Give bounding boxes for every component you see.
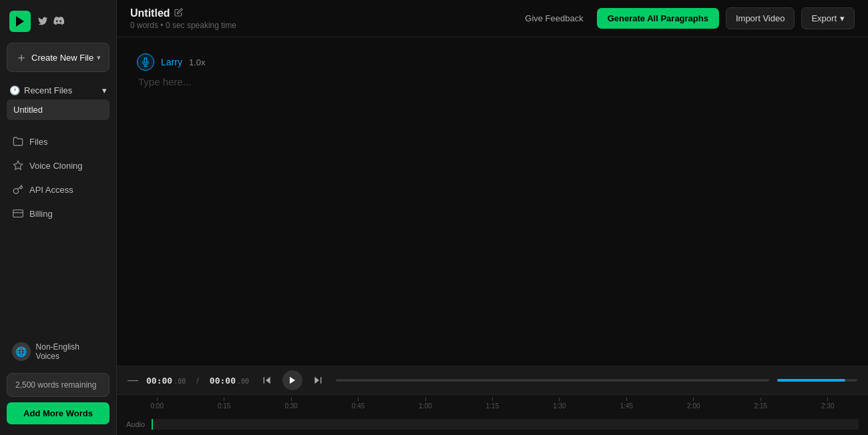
folder-icon: [12, 135, 24, 147]
sidebar-header: [0, 0, 116, 39]
timeline-track-label: Audio: [126, 420, 145, 428]
svg-rect-2: [13, 210, 23, 218]
sidebar-item-files[interactable]: Files: [7, 129, 110, 153]
sidebar-item-api-access[interactable]: API Access: [7, 177, 110, 201]
ruler-mark: 1:00: [392, 398, 459, 410]
svg-marker-8: [290, 377, 295, 384]
time-total-sub: .00: [237, 378, 249, 385]
add-words-label: Add More Words: [23, 408, 93, 418]
main-content: Untitled 0 words • 0 sec speaking time G…: [117, 0, 868, 435]
ruler-mark: 1:45: [593, 398, 660, 410]
voice-speed[interactable]: 1.0x: [189, 57, 206, 67]
add-more-words-button[interactable]: Add More Words: [7, 402, 110, 424]
voice-row: Larry 1.0x: [137, 53, 848, 71]
give-feedback-button[interactable]: Give Feedback: [518, 9, 590, 27]
time-display-current: 00:00 .00: [146, 376, 186, 386]
time-total: 00:00: [210, 376, 236, 386]
svg-marker-0: [16, 16, 24, 27]
doc-title-row: Untitled: [130, 7, 236, 19]
voice-name[interactable]: Larry: [161, 57, 182, 67]
ruler-mark: 0:00: [124, 398, 190, 410]
edit-icon[interactable]: [174, 8, 183, 19]
time-separator: /: [196, 376, 199, 386]
svg-marker-6: [266, 377, 270, 384]
chevron-down-icon-export: ▾: [840, 13, 845, 23]
time-current-sub: .00: [174, 378, 186, 385]
export-button[interactable]: Export ▾: [801, 7, 855, 29]
discord-icon[interactable]: [53, 15, 64, 28]
top-bar-right: Give Feedback Generate All Paragraphs Im…: [518, 7, 855, 29]
recent-files-header[interactable]: 🕐 Recent Files ▾: [7, 81, 110, 99]
recent-item-label: Untitled: [13, 105, 43, 115]
sidebar: ＋ Create New File ▾ 🕐 Recent Files ▾ Unt…: [0, 0, 117, 435]
time-display-total: 00:00 .00: [210, 376, 249, 386]
sidebar-item-billing-label: Billing: [29, 209, 53, 219]
skip-forward-button[interactable]: [308, 370, 328, 390]
sidebar-item-api-access-label: API Access: [29, 185, 73, 195]
twitter-icon[interactable]: [37, 15, 48, 28]
timeline-track: [152, 419, 859, 430]
social-icons: [37, 15, 64, 28]
create-btn-label: Create New File: [31, 53, 93, 63]
ruler-mark: 0:15: [190, 398, 257, 410]
sidebar-item-files-label: Files: [29, 137, 47, 147]
top-bar: Untitled 0 words • 0 sec speaking time G…: [117, 0, 868, 37]
skip-back-button[interactable]: [257, 370, 277, 390]
star-icon: [12, 159, 24, 171]
sidebar-bottom: 🌐 Non-English Voices 2,500 words remaini…: [0, 330, 116, 435]
clock-icon: 🕐: [9, 85, 20, 95]
timeline-cursor: [152, 419, 153, 430]
volume-bar[interactable]: [777, 379, 857, 382]
ruler-mark: 2:30: [795, 398, 861, 410]
volume-area: [777, 379, 857, 382]
transport-buttons: [257, 370, 328, 390]
ruler-container: 0:000:150:300:451:001:151:301:452:002:15…: [117, 395, 868, 410]
key-icon: [12, 183, 24, 195]
play-button[interactable]: [282, 370, 302, 390]
doc-meta: 0 words • 0 sec speaking time: [130, 21, 236, 30]
plus-icon: ＋: [15, 49, 27, 65]
ruler-mark: 1:30: [526, 398, 593, 410]
svg-marker-9: [314, 377, 319, 384]
transport-progress-bar[interactable]: [336, 379, 769, 382]
ruler-mark: 0:30: [258, 398, 324, 410]
timeline-area: 0:000:150:300:451:001:151:301:452:002:15…: [117, 395, 868, 435]
doc-title: Untitled: [130, 7, 170, 19]
recent-item[interactable]: Untitled: [7, 99, 110, 120]
recent-section-label: Recent Files: [24, 85, 72, 95]
time-current: 00:00: [146, 376, 172, 386]
ruler-mark: 1:15: [459, 398, 525, 410]
top-bar-left: Untitled 0 words • 0 sec speaking time: [130, 7, 236, 30]
ruler-mark: 2:15: [727, 398, 794, 410]
editor-placeholder[interactable]: Type here...: [137, 76, 848, 87]
editor-area[interactable]: Larry 1.0x Type here...: [117, 37, 868, 366]
create-new-file-button[interactable]: ＋ Create New File ▾: [7, 43, 110, 72]
words-remaining-box: 2,500 words remaining: [7, 373, 110, 397]
sidebar-item-voice-cloning[interactable]: Voice Cloning: [7, 153, 110, 177]
logo-icon[interactable]: [9, 11, 31, 32]
ruler-mark: 0:45: [324, 398, 391, 410]
transport-controls: — 00:00 .00 / 00:00 .00: [117, 366, 868, 395]
chevron-down-icon-recent: ▾: [102, 85, 107, 95]
sidebar-nav: Files Voice Cloning API Access Billing: [0, 124, 116, 330]
transport-dash: —: [128, 374, 138, 386]
sidebar-item-voice-cloning-label: Voice Cloning: [29, 161, 83, 171]
volume-fill: [777, 379, 845, 382]
non-english-label: Non-English Voices: [36, 342, 104, 361]
voice-avatar: [137, 53, 154, 71]
export-label: Export: [811, 13, 837, 23]
words-remaining-text: 2,500 words remaining: [15, 380, 96, 390]
ruler-mark: 2:00: [660, 398, 727, 410]
non-english-icon: 🌐: [12, 342, 31, 361]
import-video-button[interactable]: Import Video: [726, 7, 795, 29]
generate-all-paragraphs-button[interactable]: Generate All Paragraphs: [597, 8, 719, 29]
chevron-down-icon: ▾: [97, 53, 101, 62]
card-icon: [12, 207, 24, 220]
sidebar-item-billing[interactable]: Billing: [7, 201, 110, 226]
non-english-voices-button[interactable]: 🌐 Non-English Voices: [7, 337, 110, 366]
recent-files-section: 🕐 Recent Files ▾ Untitled: [0, 79, 116, 124]
svg-marker-1: [13, 161, 22, 169]
transport-bar: — 00:00 .00 / 00:00 .00: [117, 366, 868, 435]
